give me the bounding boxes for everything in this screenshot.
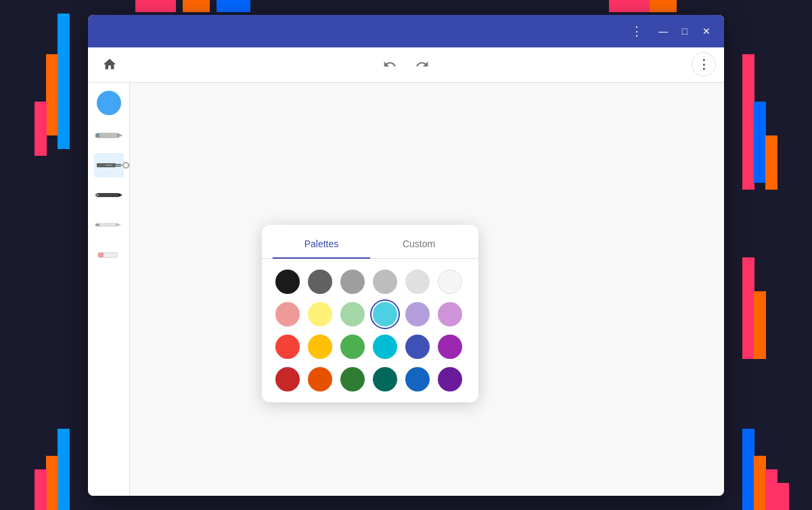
deco-strip: [765, 135, 777, 190]
deco-strip: [35, 102, 47, 156]
swatch-light-purple[interactable]: [405, 302, 430, 326]
swatch-light-red[interactable]: [275, 302, 300, 326]
deco-strip: [46, 54, 58, 135]
deco-strip: [754, 291, 766, 359]
color-row-1: [275, 270, 465, 294]
svg-rect-9: [98, 223, 116, 227]
deco-strip: [765, 469, 777, 510]
deco-strip: [777, 483, 789, 510]
marker-tool[interactable]: [94, 183, 124, 207]
deco-strip: [742, 54, 754, 190]
deco-strip: [217, 0, 250, 12]
deco-strip: [35, 469, 47, 510]
home-button[interactable]: [96, 51, 123, 78]
canvas-area[interactable]: Palettes Custom: [130, 83, 724, 496]
svg-rect-2: [95, 133, 99, 137]
swatch-dark-red[interactable]: [275, 367, 300, 391]
swatch-near-white[interactable]: [438, 270, 462, 294]
eraser-tool[interactable]: [94, 242, 124, 267]
swatch-dark-blue[interactable]: [405, 367, 430, 391]
colored-pencil-tool[interactable]: [94, 213, 124, 237]
title-bar: ⋮ — □ ✕: [88, 15, 724, 47]
svg-marker-7: [118, 193, 122, 197]
swatch-red[interactable]: [275, 335, 300, 359]
tab-palettes[interactable]: Palettes: [273, 230, 370, 259]
swatch-light-green[interactable]: [340, 302, 365, 326]
more-icon: ⋮: [698, 58, 710, 70]
svg-marker-1: [117, 133, 122, 138]
deco-strip: [754, 102, 766, 183]
swatch-indigo[interactable]: [405, 335, 430, 359]
deco-strip: [58, 14, 70, 149]
svg-rect-0: [97, 133, 117, 138]
swatch-cyan[interactable]: [373, 335, 397, 359]
swatch-amber[interactable]: [308, 335, 332, 359]
svg-rect-8: [95, 194, 99, 196]
undo-icon: [383, 58, 397, 71]
redo-button[interactable]: [411, 54, 433, 75]
deco-strip: [754, 456, 766, 510]
swatch-dark-green[interactable]: [340, 367, 365, 391]
svg-rect-11: [95, 224, 99, 226]
close-button[interactable]: ✕: [697, 22, 716, 41]
toolbar-center: [379, 54, 433, 75]
swatch-light-violet[interactable]: [438, 302, 462, 326]
pencil-icon: [95, 128, 122, 143]
svg-rect-13: [98, 253, 104, 257]
deco-strip: [650, 0, 677, 12]
swatch-lighter-gray[interactable]: [405, 270, 430, 294]
color-row-2: [275, 302, 465, 326]
color-row-3: [275, 335, 465, 359]
colored-pencil-icon: [95, 217, 122, 232]
svg-rect-6: [97, 193, 118, 197]
current-color-swatch[interactable]: [97, 91, 121, 115]
swatch-medium-gray[interactable]: [340, 270, 365, 294]
swatch-black[interactable]: [275, 270, 300, 294]
more-options-button[interactable]: ⋮: [692, 52, 716, 77]
swatch-light-gray[interactable]: [373, 270, 397, 294]
swatch-light-cyan[interactable]: [373, 302, 397, 326]
minimize-button[interactable]: —: [654, 22, 673, 41]
deco-strip: [183, 0, 210, 12]
swatch-dark-teal[interactable]: [373, 367, 397, 391]
toolbar: ⋮: [88, 47, 724, 83]
tab-custom[interactable]: Custom: [370, 230, 468, 259]
marker-icon: [95, 188, 122, 203]
app-window: ⋮ — □ ✕ ⋮: [88, 15, 724, 496]
title-bar-menu-icon[interactable]: ⋮: [625, 21, 648, 41]
swatch-light-yellow[interactable]: [308, 302, 332, 326]
swatch-green[interactable]: [340, 335, 365, 359]
deco-strip: [135, 0, 176, 12]
redo-icon: [415, 58, 429, 71]
home-icon: [102, 57, 117, 72]
swatch-purple[interactable]: [438, 335, 462, 359]
color-swatches: [262, 259, 478, 402]
pencil-tool[interactable]: [94, 123, 124, 148]
undo-button[interactable]: [379, 54, 401, 75]
color-row-4: [275, 367, 465, 391]
tools-panel: [88, 83, 130, 496]
deco-strip: [58, 429, 70, 510]
picker-tabs: Palettes Custom: [262, 225, 478, 259]
maximize-button[interactable]: □: [675, 22, 694, 41]
deco-strip: [46, 456, 58, 510]
swatch-dark-orange[interactable]: [308, 367, 332, 391]
deco-strip: [742, 429, 754, 510]
window-controls: — □ ✕: [654, 22, 716, 41]
main-content: Palettes Custom: [88, 83, 724, 496]
eraser-icon: [95, 247, 122, 262]
swatch-dark-purple[interactable]: [438, 367, 462, 391]
brush-tool[interactable]: [94, 153, 124, 177]
color-picker-popup: Palettes Custom: [262, 225, 478, 402]
deco-strip: [609, 0, 650, 12]
deco-strip: [742, 257, 754, 359]
svg-marker-10: [116, 223, 121, 227]
swatch-dark-gray[interactable]: [308, 270, 332, 294]
